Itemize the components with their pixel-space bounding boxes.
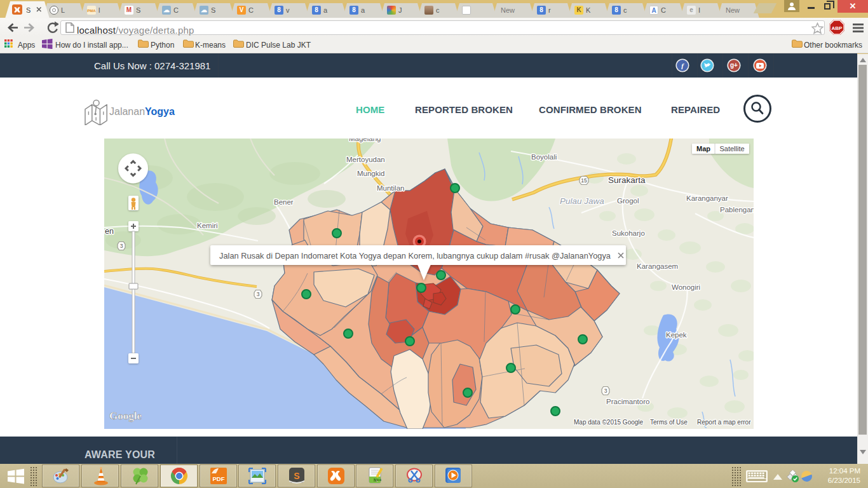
svg-text:Grogol: Grogol (617, 197, 639, 205)
svg-text:Kepek: Kepek (666, 331, 687, 339)
svg-text:Pablengan: Pablengan (720, 206, 754, 214)
svg-text:Wonogiri: Wonogiri (672, 283, 700, 291)
svg-text:Jalan Rusak di Depan Indomaret: Jalan Rusak di Depan Indomaret Kota Yogy… (219, 251, 611, 261)
svg-text:Karangasem: Karangasem (637, 262, 678, 270)
svg-text:Muntilan: Muntilan (377, 184, 404, 192)
svg-text:N++: N++ (374, 478, 381, 482)
svg-text:Sukoharjo: Sukoharjo (612, 229, 645, 237)
svg-text:PDF: PDF (213, 475, 225, 482)
svg-text:Mungkid: Mungkid (357, 170, 384, 177)
svg-text:Kemiri: Kemiri (197, 222, 218, 229)
svg-text:Bener: Bener (274, 198, 294, 206)
svg-text:Pracimantoro: Pracimantoro (606, 398, 649, 405)
svg-text:Terms of Use: Terms of Use (650, 419, 688, 426)
svg-text:3: 3 (604, 388, 607, 394)
svg-text:Map: Map (696, 145, 710, 152)
svg-text:3: 3 (257, 291, 260, 297)
svg-text:S: S (294, 471, 299, 481)
svg-text:en: en (105, 227, 114, 236)
svg-text:Satellite: Satellite (719, 145, 744, 152)
svg-text:Surakarta: Surakarta (608, 175, 646, 185)
svg-text:Google: Google (109, 410, 142, 422)
svg-text:Boyolali: Boyolali (531, 153, 557, 161)
svg-text:S: S (26, 6, 31, 14)
svg-text:Pulau Jawa: Pulau Jawa (560, 196, 604, 206)
svg-text:Mertoyudan: Mertoyudan (346, 156, 385, 163)
svg-text:Map data ©2015 Google: Map data ©2015 Google (574, 419, 644, 426)
svg-text:Report a map error: Report a map error (697, 419, 751, 426)
svg-text:Magelang: Magelang (349, 139, 381, 142)
svg-text:15: 15 (581, 177, 587, 184)
svg-text:3: 3 (120, 243, 123, 249)
svg-text:Karanganyar: Karanganyar (686, 194, 728, 202)
svg-text:ABP: ABP (832, 25, 843, 31)
